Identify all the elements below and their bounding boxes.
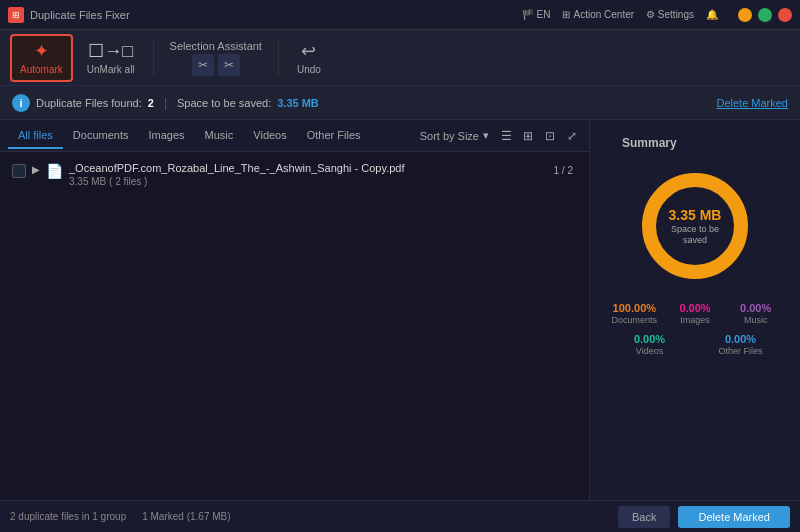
selection-assistant-icons: ✂ ✂ <box>192 54 240 76</box>
status-marked: 1 Marked (1.67 MB) <box>142 511 230 522</box>
notification-btn[interactable]: 🔔 <box>706 9 718 20</box>
file-size: 3.35 MB ( 2 files ) <box>69 176 544 187</box>
file-list: ▶ 📄 _OceanofPDF.com_Rozabal_Line_The_-_A… <box>0 152 589 500</box>
stat-images-value: 0.00% <box>667 302 724 314</box>
tab-videos[interactable]: Videos <box>243 123 296 149</box>
space-value: 3.35 MB <box>277 97 319 109</box>
sort-chevron-icon: ▾ <box>483 129 489 142</box>
unmark-all-button[interactable]: ☐→□ UnMark all <box>77 34 145 82</box>
tab-other-files[interactable]: Other Files <box>297 123 371 149</box>
automark-label: Automark <box>20 64 63 75</box>
toolbar-separator-1 <box>153 40 154 76</box>
tab-all-files[interactable]: All files <box>8 123 63 149</box>
language-selector[interactable]: 🏴EN <box>522 9 551 20</box>
stats-grid-row2: 0.00% Videos 0.00% Other Files <box>602 333 788 356</box>
toolbar: ✦ Automark ☐→□ UnMark all Selection Assi… <box>0 30 800 86</box>
stat-other-files: 0.00% Other Files <box>697 333 784 356</box>
donut-center: 3.35 MB Space to besaved <box>669 207 722 245</box>
donut-chart: 3.35 MB Space to besaved <box>635 166 755 286</box>
donut-label: Space to besaved <box>669 224 722 246</box>
title-bar-left: ⊞ Duplicate Files Fixer <box>8 7 130 23</box>
info-divider: | <box>164 96 167 110</box>
automark-icon: ✦ <box>34 40 49 62</box>
maximize-button[interactable]: □ <box>758 8 772 22</box>
donut-value: 3.35 MB <box>669 207 722 224</box>
stat-music-value: 0.00% <box>727 302 784 314</box>
back-button[interactable]: Back <box>618 506 670 528</box>
found-prefix: Duplicate Files found: <box>36 97 142 109</box>
undo-button[interactable]: ↩ Undo <box>287 34 331 82</box>
file-name: _OceanofPDF.com_Rozabal_Line_The_-_Ashwi… <box>69 162 544 174</box>
automark-button[interactable]: ✦ Automark <box>10 34 73 82</box>
tab-music[interactable]: Music <box>195 123 244 149</box>
bottom-bar: 2 duplicate files in 1 group 1 Marked (1… <box>0 500 800 532</box>
pdf-file-icon: 📄 <box>46 163 63 179</box>
stat-videos: 0.00% Videos <box>606 333 693 356</box>
settings-btn[interactable]: ⚙ Settings <box>646 9 694 20</box>
file-checkbox[interactable] <box>12 164 26 178</box>
expand-icon[interactable]: ▶ <box>32 164 40 175</box>
tab-images[interactable]: Images <box>138 123 194 149</box>
unmark-all-icon: ☐→□ <box>88 40 133 62</box>
summary-title: Summary <box>602 136 677 150</box>
stat-videos-label: Videos <box>606 346 693 356</box>
stat-other-label: Other Files <box>697 346 784 356</box>
toolbar-separator-2 <box>278 40 279 76</box>
selection-assistant-label: Selection Assistant <box>170 40 262 52</box>
action-center-btn[interactable]: ⊞Action Center <box>562 9 634 20</box>
selection-options-icon[interactable]: ✂ <box>218 54 240 76</box>
file-group: ▶ 📄 _OceanofPDF.com_Rozabal_Line_The_-_A… <box>4 156 585 193</box>
close-button[interactable]: ✕ <box>778 8 792 22</box>
tab-documents[interactable]: Documents <box>63 123 139 149</box>
list-view-icon[interactable]: ☰ <box>497 127 515 145</box>
info-bar: i Duplicate Files found: 2 | Space to be… <box>0 86 800 120</box>
title-bar: ⊞ Duplicate Files Fixer 🏴EN ⊞Action Cent… <box>0 0 800 30</box>
collapse-view-icon[interactable]: ⤢ <box>563 127 581 145</box>
grid-view-icon[interactable]: ⊞ <box>519 127 537 145</box>
status-groups: 2 duplicate files in 1 group <box>10 511 126 522</box>
right-panel: Summary 3.35 MB Space to besaved 100.00%… <box>590 120 800 500</box>
stat-music: 0.00% Music <box>727 302 784 325</box>
delete-marked-link[interactable]: Delete Marked <box>716 97 788 109</box>
view-icons: ☰ ⊞ ⊡ ⤢ <box>497 127 581 145</box>
stat-music-label: Music <box>727 315 784 325</box>
found-count: 2 <box>148 97 154 109</box>
stat-images: 0.00% Images <box>667 302 724 325</box>
bottom-actions: Back Delete Marked <box>618 506 790 528</box>
space-prefix: Space to be saved: <box>177 97 271 109</box>
window-controls: — □ ✕ <box>738 8 792 22</box>
title-bar-right: 🏴EN ⊞Action Center ⚙ Settings 🔔 — □ ✕ <box>522 8 792 22</box>
info-icon: i <box>12 94 30 112</box>
selection-scissors-icon[interactable]: ✂ <box>192 54 214 76</box>
app-title: Duplicate Files Fixer <box>30 9 130 21</box>
stat-videos-value: 0.00% <box>606 333 693 345</box>
stat-images-label: Images <box>667 315 724 325</box>
stat-documents-value: 100.00% <box>606 302 663 314</box>
expand-view-icon[interactable]: ⊡ <box>541 127 559 145</box>
stat-documents: 100.00% Documents <box>606 302 663 325</box>
app-icon: ⊞ <box>8 7 24 23</box>
delete-marked-button[interactable]: Delete Marked <box>678 506 790 528</box>
main-content: All files Documents Images Music Videos … <box>0 120 800 500</box>
file-tabs: All files Documents Images Music Videos … <box>0 120 589 152</box>
undo-label: Undo <box>297 64 321 75</box>
table-row: ▶ 📄 _OceanofPDF.com_Rozabal_Line_The_-_A… <box>4 156 585 193</box>
stat-other-value: 0.00% <box>697 333 784 345</box>
unmark-all-label: UnMark all <box>87 64 135 75</box>
file-info: _OceanofPDF.com_Rozabal_Line_The_-_Ashwi… <box>69 162 544 187</box>
file-badge: 1 / 2 <box>550 164 577 177</box>
sort-label: Sort by Size <box>420 130 479 142</box>
selection-assistant: Selection Assistant ✂ ✂ <box>162 36 270 80</box>
stats-grid: 100.00% Documents 0.00% Images 0.00% Mus… <box>602 302 788 325</box>
stat-documents-label: Documents <box>606 315 663 325</box>
bottom-status: 2 duplicate files in 1 group 1 Marked (1… <box>10 511 231 522</box>
undo-icon: ↩ <box>301 40 316 62</box>
sort-control[interactable]: Sort by Size ▾ <box>420 129 489 142</box>
minimize-button[interactable]: — <box>738 8 752 22</box>
left-panel: All files Documents Images Music Videos … <box>0 120 590 500</box>
